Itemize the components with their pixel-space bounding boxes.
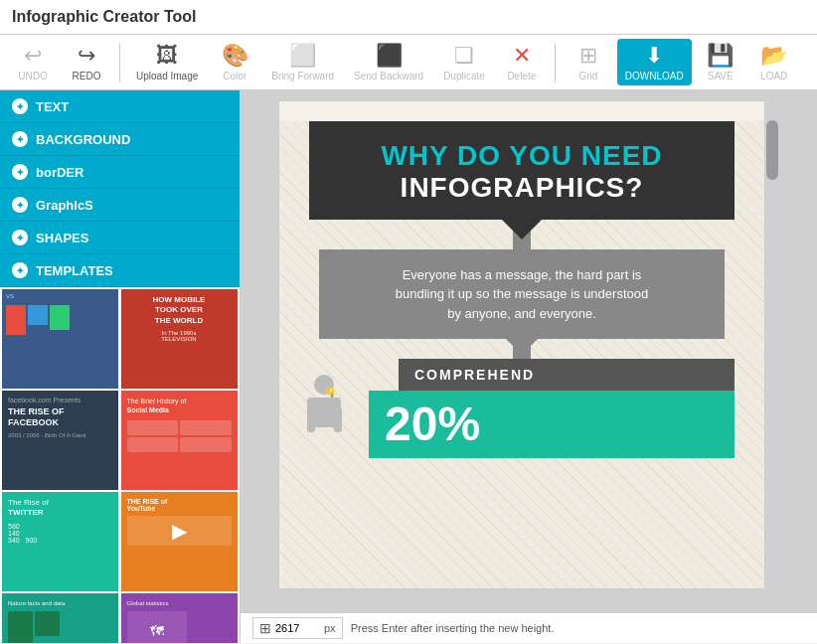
sidebar-item-border[interactable]: ✦ borDER	[0, 156, 240, 189]
size-input-group: ⊞ 2617 px	[252, 617, 343, 639]
height-input[interactable]: 2617	[275, 622, 320, 634]
template-item[interactable]: The Brief History ofSocial Media	[121, 391, 238, 490]
ig-comprehend-label: COMPREHEND	[399, 359, 735, 391]
template-item[interactable]: VS	[2, 289, 118, 389]
shapes-icon: ✦	[12, 230, 28, 245]
ig-figure-area: 💡	[279, 359, 369, 458]
ig-right-col: COMPREHEND 20%	[369, 359, 764, 458]
toolbar: ↩ UNDO ↪ REDO 🖼 Upload Image 🎨 Color ⬜ B…	[0, 35, 817, 90]
bring-forward-button[interactable]: ⬜ Bring Forward	[263, 39, 342, 85]
status-bar: ⊞ 2617 px Press Enter after inserting th…	[241, 612, 817, 643]
grid-button[interactable]: ⊞ Grid	[564, 39, 613, 85]
ig-title-line2: INFOGRAPHICS?	[333, 172, 711, 204]
duplicate-button[interactable]: ❏ Duplicate	[435, 39, 493, 85]
template-item[interactable]: The Rise ofTWITTER 580 140 340 900	[2, 492, 118, 591]
template-item[interactable]: HOW MOBILETOOK OVERTHE WORLD In The 1990…	[121, 289, 238, 389]
save-icon: 💾	[707, 43, 734, 69]
redo-icon: ↪	[78, 43, 95, 69]
template-grid: VS HOW MOBILETOOK OVERTHE WORLD In The 1…	[0, 287, 240, 643]
template-item[interactable]: facebook.com Presents THE RISE OFFACEBOO…	[2, 391, 118, 490]
svg-text:💡: 💡	[327, 388, 337, 398]
grid-icon: ⊞	[579, 43, 597, 69]
infographic-content: WHY DO YOU NEED INFOGRAPHICS? Everyone h…	[279, 121, 764, 588]
sidebar-item-background[interactable]: ✦ BACKGROUND	[0, 123, 240, 156]
upload-image-button[interactable]: 🖼 Upload Image	[128, 39, 206, 85]
border-icon: ✦	[12, 164, 28, 180]
svg-rect-2	[307, 407, 315, 432]
main-area: ✦ TEXT ✦ BACKGROUND ✦ borDER ✦ GraphIcS …	[0, 90, 817, 643]
svg-rect-3	[334, 407, 342, 432]
undo-button[interactable]: ↩ UNDO	[8, 39, 58, 85]
ig-figure: 💡	[297, 373, 352, 450]
sidebar-item-shapes[interactable]: ✦ SHAPES	[0, 222, 240, 254]
background-icon: ✦	[12, 131, 28, 147]
ig-percent-text: 20%	[385, 401, 480, 448]
undo-icon: ↩	[24, 43, 42, 69]
send-backward-button[interactable]: ⬛ Send Backward	[346, 39, 431, 85]
ig-subtitle-text: Everyone has a message, the hard part is…	[339, 265, 705, 324]
bring-forward-icon: ⬜	[289, 43, 316, 69]
toolbar-divider	[119, 43, 120, 82]
canvas-area: WHY DO YOU NEED INFOGRAPHICS? Everyone h…	[241, 90, 817, 643]
template-item[interactable]: THE RISE ofYouTube ▶	[121, 492, 238, 591]
times-symbol: px	[324, 622, 336, 634]
delete-icon: ✕	[513, 43, 531, 69]
template-item[interactable]: Nature facts and data	[2, 593, 118, 643]
resize-icon: ⊞	[259, 620, 271, 636]
download-icon: ⬇	[645, 43, 663, 69]
templates-icon: ✦	[12, 262, 28, 278]
ig-bottom-section: 💡 COMPREHEND 20%	[279, 359, 764, 458]
download-button[interactable]: ⬇ DOWNLOAD	[617, 39, 692, 85]
toolbar-divider2	[555, 43, 556, 82]
sidebar-item-templates[interactable]: ✦ TEMPLATES	[0, 254, 240, 287]
template-item[interactable]: Global statistics 🗺	[121, 593, 238, 643]
sidebar-item-graphics[interactable]: ✦ GraphIcS	[0, 189, 240, 222]
ig-percent-block: 20%	[369, 391, 735, 458]
color-icon: 🎨	[222, 43, 248, 69]
load-icon: 📂	[760, 43, 787, 69]
text-icon: ✦	[12, 98, 28, 114]
scrollbar-thumb[interactable]	[766, 120, 778, 180]
save-button[interactable]: 💾 SAVE	[696, 39, 745, 85]
redo-button[interactable]: ↪ REDO	[62, 39, 111, 85]
app-title: Infographic Creator Tool	[0, 0, 817, 35]
duplicate-icon: ❏	[454, 43, 474, 69]
sidebar-item-text[interactable]: ✦ TEXT	[0, 90, 240, 123]
upload-icon: 🖼	[156, 43, 178, 69]
status-hint: Press Enter after inserting the new heig…	[351, 622, 555, 634]
ig-title-line1: WHY DO YOU NEED	[333, 141, 711, 172]
ig-subtitle-block[interactable]: Everyone has a message, the hard part is…	[319, 249, 725, 340]
delete-button[interactable]: ✕ Delete	[497, 39, 547, 85]
canvas[interactable]: WHY DO YOU NEED INFOGRAPHICS? Everyone h…	[278, 100, 765, 589]
load-button[interactable]: 📂 LOAD	[749, 39, 799, 85]
graphics-icon: ✦	[12, 197, 28, 213]
sidebar: ✦ TEXT ✦ BACKGROUND ✦ borDER ✦ GraphIcS …	[0, 90, 241, 643]
send-backward-icon: ⬛	[376, 43, 403, 69]
canvas-container[interactable]: WHY DO YOU NEED INFOGRAPHICS? Everyone h…	[241, 90, 817, 612]
color-button[interactable]: 🎨 Color	[210, 39, 259, 85]
ig-title-block[interactable]: WHY DO YOU NEED INFOGRAPHICS?	[309, 121, 735, 220]
